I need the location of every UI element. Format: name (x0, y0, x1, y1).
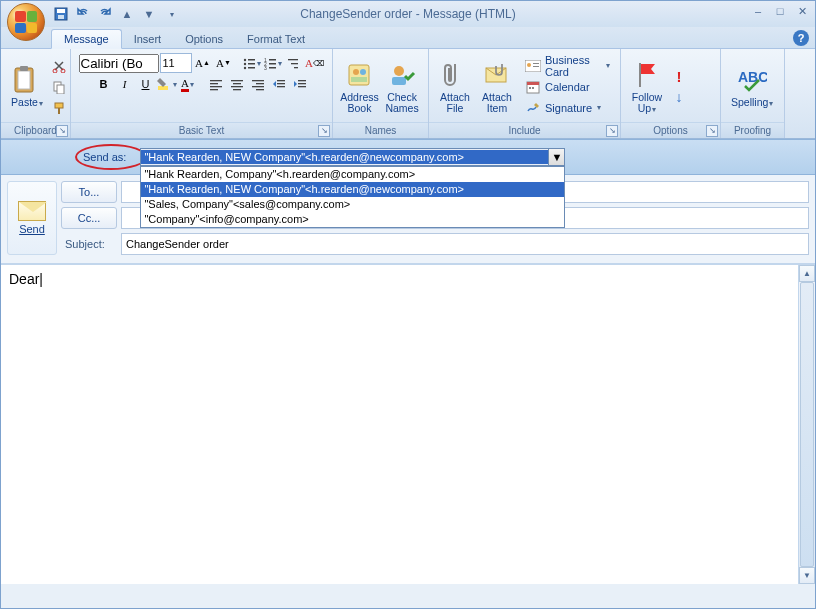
signature-button[interactable]: Signature▾ (521, 98, 614, 118)
redo-icon[interactable] (95, 4, 115, 24)
group-proofing: ABC Spelling▾ Proofing (721, 49, 785, 138)
attach-file-button[interactable]: Attach File (435, 57, 475, 116)
include-dialog-launcher[interactable]: ↘ (606, 125, 618, 137)
group-basic-text: A▲ A▼ ▾ 123▾ A⌫ B I U ▾ A▾ (71, 49, 333, 138)
svg-rect-13 (248, 59, 255, 61)
group-clipboard-label: Clipboard (14, 125, 57, 136)
help-icon[interactable]: ? (793, 30, 809, 46)
maximize-button[interactable]: □ (771, 3, 789, 19)
scroll-down-icon[interactable]: ▼ (799, 567, 815, 584)
svg-rect-30 (210, 86, 222, 87)
multilevel-list-icon[interactable] (284, 53, 304, 73)
align-left-icon[interactable] (206, 74, 226, 94)
copy-icon[interactable] (49, 77, 69, 97)
paste-label: Paste (11, 96, 38, 108)
svg-rect-42 (277, 86, 285, 87)
numbering-icon[interactable]: 123▾ (263, 53, 283, 73)
calendar-label: Calendar (545, 81, 590, 93)
svg-rect-58 (527, 82, 539, 85)
qat-next-icon[interactable]: ▼ (139, 4, 159, 24)
tab-insert[interactable]: Insert (122, 30, 174, 48)
svg-rect-19 (269, 59, 276, 61)
svg-rect-4 (18, 71, 30, 89)
low-importance-icon[interactable]: ↓ (669, 87, 689, 107)
scroll-up-icon[interactable]: ▲ (799, 265, 815, 282)
send-as-label: Send as: (75, 151, 134, 163)
send-as-option[interactable]: "Sales, Company"<sales@company.com> (141, 197, 564, 212)
font-color-icon[interactable]: A▾ (178, 74, 198, 94)
scroll-thumb[interactable] (800, 282, 814, 567)
svg-rect-21 (269, 63, 276, 65)
grow-font-icon[interactable]: A▲ (193, 53, 213, 73)
svg-rect-61 (639, 63, 641, 87)
office-button[interactable] (7, 3, 45, 41)
attach-item-button[interactable]: Attach Item (477, 57, 517, 116)
save-icon[interactable] (51, 4, 71, 24)
qat-prev-icon[interactable]: ▲ (117, 4, 137, 24)
vertical-scrollbar[interactable]: ▲ ▼ (798, 265, 815, 584)
undo-icon[interactable] (73, 4, 93, 24)
svg-point-12 (244, 59, 246, 61)
align-center-icon[interactable] (227, 74, 247, 94)
group-include-label: Include (508, 125, 540, 136)
subject-field[interactable] (121, 233, 809, 255)
to-button[interactable]: To... (61, 181, 117, 203)
basic-text-dialog-launcher[interactable]: ↘ (318, 125, 330, 137)
bold-icon[interactable]: B (94, 74, 114, 94)
minimize-button[interactable]: – (749, 3, 767, 19)
check-names-button[interactable]: Check Names (382, 57, 422, 116)
spelling-button[interactable]: ABC Spelling▾ (727, 62, 777, 111)
send-as-option[interactable]: "Company"<info@company.com> (141, 212, 564, 227)
tab-format-text[interactable]: Format Text (235, 30, 317, 48)
clear-formatting-icon[interactable]: A⌫ (305, 53, 325, 73)
svg-point-48 (360, 69, 366, 75)
send-button[interactable]: Send (7, 181, 57, 255)
clipboard-dialog-launcher[interactable]: ↘ (56, 125, 68, 137)
svg-rect-39 (256, 89, 264, 90)
italic-icon[interactable]: I (115, 74, 135, 94)
qat-customize-icon[interactable]: ▾ (161, 4, 181, 24)
svg-rect-17 (248, 67, 255, 69)
address-book-button[interactable]: Address Book (339, 57, 380, 116)
align-right-icon[interactable] (248, 74, 268, 94)
paste-button[interactable]: Paste▾ (7, 62, 47, 111)
underline-icon[interactable]: U (136, 74, 156, 94)
svg-rect-36 (252, 80, 264, 81)
svg-rect-35 (233, 89, 241, 90)
group-include: Attach File Attach Item Business Card▾ C… (429, 49, 621, 138)
svg-rect-26 (294, 67, 298, 68)
font-name-combo[interactable] (79, 54, 159, 73)
tab-options[interactable]: Options (173, 30, 235, 48)
options-dialog-launcher[interactable]: ↘ (706, 125, 718, 137)
send-as-option-list[interactable]: "Hank Rearden, Company"<h.rearden@compan… (140, 166, 565, 228)
chevron-down-icon[interactable]: ▼ (548, 149, 564, 165)
send-as-dropdown[interactable]: "Hank Rearden, NEW Company"<h.rearden@ne… (140, 148, 565, 166)
font-size-combo[interactable] (160, 53, 192, 73)
shrink-font-icon[interactable]: A▼ (214, 53, 234, 73)
increase-indent-icon[interactable] (290, 74, 310, 94)
bullets-icon[interactable]: ▾ (242, 53, 262, 73)
svg-rect-49 (351, 77, 367, 82)
cut-icon[interactable] (49, 56, 69, 76)
highlight-icon[interactable]: ▾ (157, 74, 177, 94)
send-as-option[interactable]: "Hank Rearden, Company"<h.rearden@compan… (141, 167, 564, 182)
calendar-button[interactable]: Calendar (521, 77, 614, 97)
svg-point-50 (394, 66, 404, 76)
high-importance-icon[interactable]: ! (669, 66, 689, 86)
group-clipboard: Paste▾ Clipboard↘ (1, 49, 71, 138)
group-options: Follow Up▾ ! ↓ Options↘ (621, 49, 721, 138)
business-card-button[interactable]: Business Card▾ (521, 56, 614, 76)
format-painter-icon[interactable] (49, 98, 69, 118)
close-button[interactable]: ✕ (793, 3, 811, 19)
tab-message[interactable]: Message (51, 29, 122, 49)
group-basic-text-label: Basic Text (179, 125, 224, 136)
quick-access-toolbar: ▲ ▼ ▾ (51, 1, 181, 27)
send-as-bar: Send as: "Hank Rearden, NEW Company"<h.r… (1, 139, 815, 175)
message-body[interactable]: Dear 📋 ▲ ▼ (1, 264, 815, 584)
send-as-option[interactable]: "Hank Rearden, NEW Company"<h.rearden@ne… (141, 182, 564, 197)
cc-button[interactable]: Cc... (61, 207, 117, 229)
follow-up-button[interactable]: Follow Up▾ (627, 57, 667, 117)
svg-rect-43 (298, 80, 306, 81)
decrease-indent-icon[interactable] (269, 74, 289, 94)
follow-up-label: Follow Up (632, 91, 662, 114)
